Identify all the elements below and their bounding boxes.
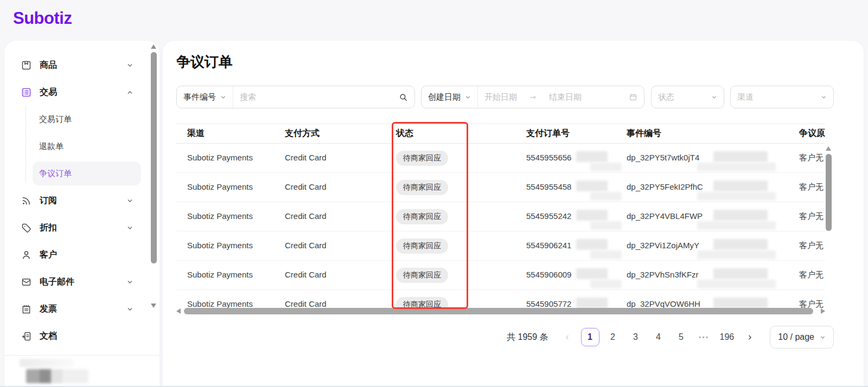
redacted-block [713,210,768,221]
redacted-block [590,163,622,171]
column-header-event-no: 事件编号 [627,128,799,139]
redacted-block [713,151,768,162]
sidebar-item-customers[interactable]: 客户 [4,241,159,268]
cell-status: 待商家回应 [396,261,526,289]
redacted-block [590,250,622,259]
sidebar-item-label: 交易 [40,87,57,98]
redacted-block [697,250,776,259]
cell-dispute-reason: 客户无 [799,290,825,308]
cell-event-no: dp_32PVqVOW6HH [627,290,799,308]
cell-payment-order-no: 5545906009 [526,261,627,289]
sidebar-item-label: 订阅 [40,195,57,207]
table-row[interactable]: Subotiz Payments Credit Card 待商家回应 55459… [176,261,825,290]
sidebar-item-transactions[interactable]: 交易 [4,79,159,106]
pagination: 共 1959 条 1 2 3 4 5 ••• 196 10 / page [163,326,834,349]
scroll-up-arrow[interactable] [151,44,156,49]
pagination-page-2[interactable]: 2 [604,328,622,346]
table-row[interactable]: Subotiz Payments Credit Card 待商家回应 55459… [176,290,825,308]
table-vertical-scrollbar[interactable] [825,146,832,349]
search-input[interactable]: 搜索 [233,92,263,102]
redacted-block [697,192,776,201]
cell-payment-method: Credit Card [285,261,396,289]
table-row[interactable]: Subotiz Payments Credit Card 待商家回应 55459… [176,231,825,261]
redacted-block [713,268,768,279]
sidebar-item-invoices[interactable]: 发票 [4,295,159,322]
pagination-page-5[interactable]: 5 [672,328,691,346]
chevron-down-icon [465,94,471,100]
redacted-user-text [20,359,74,367]
status-badge: 待商家回应 [396,297,448,308]
sidebar-item-label: 折扣 [40,222,57,234]
sidebar-user-area[interactable] [4,355,159,387]
sidebar-item-discounts[interactable]: 折扣 [4,214,159,241]
sidebar-item-emails[interactable]: 电子邮件 [4,268,159,295]
redacted-block [713,298,768,308]
sidebar-item-subscriptions[interactable]: 订阅 [4,187,159,214]
cell-payment-order-no: 5545955242 [526,202,627,231]
calendar-button[interactable] [622,93,644,101]
table-row[interactable]: Subotiz Payments Credit Card 待商家回应 55459… [176,202,825,231]
pagination-page-3[interactable]: 3 [627,328,645,346]
column-header-payment-order-no: 支付订单号 [526,128,627,139]
table-row[interactable]: Subotiz Payments Credit Card 待商家回应 55459… [176,144,825,173]
redacted-block [590,192,622,201]
customer-icon [21,249,32,261]
invoice-icon [21,304,32,315]
pagination-prev-button[interactable] [558,328,577,346]
channel-filter-placeholder: 渠道 [737,92,754,102]
chevron-down-icon [126,224,133,231]
date-type-select[interactable]: 创建日期 [422,86,478,108]
sidebar-item-transaction-orders[interactable]: 交易订单 [4,106,159,133]
sidebar-item-label: 发票 [40,304,57,315]
cell-payment-method: Credit Card [285,231,396,260]
app-header: Subotiz [0,0,868,41]
cell-dispute-reason: 客户无 [799,173,825,202]
pagination-page-4[interactable]: 4 [649,328,668,346]
scrollbar-thumb[interactable] [151,52,157,263]
cell-channel: Subotiz Payments [187,173,285,202]
page-size-select[interactable]: 10 / page [770,326,834,349]
cell-status: 待商家回应 [396,144,526,172]
sidebar-item-label: 电子邮件 [40,276,74,288]
date-end-input[interactable]: 结束日期 [542,92,588,102]
sidebar-scrollbar[interactable] [150,43,157,355]
column-header-dispute-reason: 争议原因 [799,128,825,139]
search-type-select[interactable]: 事件编号 [177,86,233,108]
column-header-status: 状态 [396,128,526,139]
transactions-subnav: 交易订单 退款单 争议订单 [4,106,159,187]
table-horizontal-scrollbar[interactable] [176,308,825,315]
table-row[interactable]: Subotiz Payments Credit Card 待商家回应 55459… [176,173,825,202]
scroll-right-arrow[interactable] [821,308,825,314]
redacted-block [713,180,768,191]
sidebar-item-dispute-orders[interactable]: 争议订单 [4,160,159,187]
scrollbar-thumb[interactable] [184,308,813,314]
status-filter-select[interactable]: 状态 [651,86,724,108]
redacted-block [576,268,608,279]
sidebar-item-refunds[interactable]: 退款单 [4,133,159,160]
channel-filter-select[interactable]: 渠道 [730,86,834,108]
chevron-down-icon [220,94,226,100]
scrollbar-thumb[interactable] [826,154,832,231]
status-badge: 待商家回应 [396,151,448,166]
search-button[interactable] [392,93,414,102]
cell-channel: Subotiz Payments [187,261,285,289]
pagination-page-1[interactable]: 1 [581,328,599,346]
cell-event-no: dp_32PY4VBL4FWP [627,202,799,231]
sidebar-item-products[interactable]: 商品 [4,51,159,79]
redacted-block [697,280,776,288]
date-start-input[interactable]: 开始日期 [478,92,524,102]
scroll-left-arrow[interactable] [176,308,181,314]
search-icon [399,93,408,102]
scroll-down-arrow[interactable] [151,304,156,308]
chevron-down-icon [126,306,133,313]
cell-event-no: dp_32PVi1ZojAMyY [627,231,799,260]
column-header-payment-method: 支付方式 [285,128,396,139]
pagination-page-last[interactable]: 196 [718,328,737,346]
scroll-up-arrow[interactable] [826,146,831,151]
redacted-user-avatar [26,369,88,383]
calendar-icon [629,93,637,101]
pagination-ellipsis[interactable]: ••• [695,328,713,346]
sidebar-item-docs[interactable]: 文档 [4,322,159,350]
pagination-next-button[interactable] [741,328,759,346]
rss-icon [21,195,32,207]
